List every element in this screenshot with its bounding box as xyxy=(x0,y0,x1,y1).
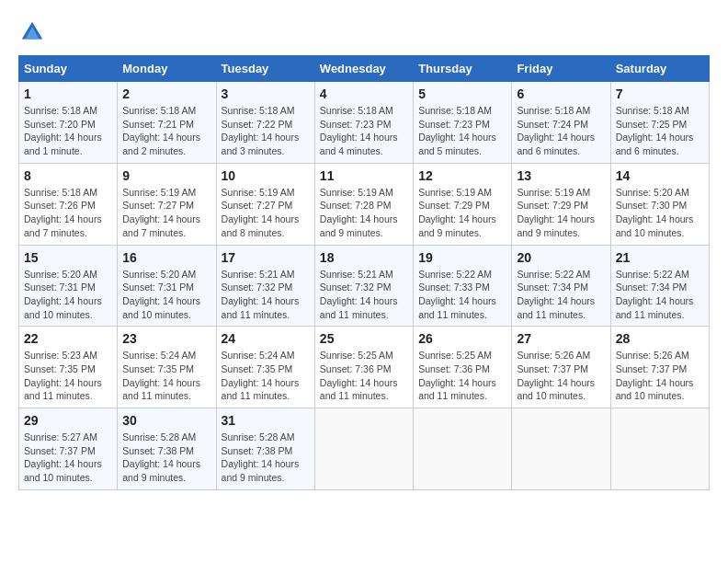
calendar-table: SundayMondayTuesdayWednesdayThursdayFrid… xyxy=(18,55,710,490)
logo-icon xyxy=(18,18,46,46)
day-number: 20 xyxy=(517,250,605,265)
day-number: 28 xyxy=(616,331,704,346)
calendar-cell: 19 Sunrise: 5:22 AM Sunset: 7:33 PM Dayl… xyxy=(414,245,512,327)
day-header-sunday: Sunday xyxy=(19,56,118,82)
day-info: Sunrise: 5:20 AM Sunset: 7:31 PM Dayligh… xyxy=(24,268,112,322)
calendar-cell: 27 Sunrise: 5:26 AM Sunset: 7:37 PM Dayl… xyxy=(512,327,610,408)
logo xyxy=(18,18,50,46)
calendar-cell: 12 Sunrise: 5:19 AM Sunset: 7:29 PM Dayl… xyxy=(414,163,512,245)
day-number: 25 xyxy=(320,331,408,346)
day-number: 8 xyxy=(24,168,112,183)
day-info: Sunrise: 5:18 AM Sunset: 7:20 PM Dayligh… xyxy=(24,104,112,158)
calendar-cell: 18 Sunrise: 5:21 AM Sunset: 7:32 PM Dayl… xyxy=(314,245,413,327)
day-info: Sunrise: 5:25 AM Sunset: 7:36 PM Dayligh… xyxy=(418,349,506,403)
day-number: 14 xyxy=(616,168,704,183)
week-row-3: 15 Sunrise: 5:20 AM Sunset: 7:31 PM Dayl… xyxy=(19,245,710,327)
day-number: 4 xyxy=(320,86,408,101)
day-number: 22 xyxy=(24,331,112,346)
calendar-cell: 25 Sunrise: 5:25 AM Sunset: 7:36 PM Dayl… xyxy=(314,327,413,408)
calendar-cell: 2 Sunrise: 5:18 AM Sunset: 7:21 PM Dayli… xyxy=(118,82,216,164)
day-info: Sunrise: 5:19 AM Sunset: 7:27 PM Dayligh… xyxy=(122,186,210,240)
day-number: 3 xyxy=(222,86,310,101)
day-number: 16 xyxy=(122,250,210,265)
week-row-2: 8 Sunrise: 5:18 AM Sunset: 7:26 PM Dayli… xyxy=(19,163,710,245)
calendar-cell: 16 Sunrise: 5:20 AM Sunset: 7:31 PM Dayl… xyxy=(118,245,216,327)
day-info: Sunrise: 5:19 AM Sunset: 7:29 PM Dayligh… xyxy=(517,186,605,240)
day-info: Sunrise: 5:22 AM Sunset: 7:34 PM Dayligh… xyxy=(616,268,704,322)
day-info: Sunrise: 5:18 AM Sunset: 7:24 PM Dayligh… xyxy=(517,104,605,158)
page-header xyxy=(18,18,710,46)
day-number: 29 xyxy=(24,413,112,428)
day-info: Sunrise: 5:24 AM Sunset: 7:35 PM Dayligh… xyxy=(222,349,310,403)
day-info: Sunrise: 5:18 AM Sunset: 7:21 PM Dayligh… xyxy=(122,104,210,158)
day-number: 19 xyxy=(418,250,506,265)
day-header-saturday: Saturday xyxy=(610,56,709,82)
day-number: 18 xyxy=(320,250,408,265)
day-info: Sunrise: 5:18 AM Sunset: 7:23 PM Dayligh… xyxy=(418,104,506,158)
day-info: Sunrise: 5:20 AM Sunset: 7:31 PM Dayligh… xyxy=(122,268,210,322)
day-number: 7 xyxy=(616,86,704,101)
day-header-monday: Monday xyxy=(118,56,216,82)
week-row-1: 1 Sunrise: 5:18 AM Sunset: 7:20 PM Dayli… xyxy=(19,82,710,164)
day-number: 27 xyxy=(517,331,605,346)
calendar-cell: 28 Sunrise: 5:26 AM Sunset: 7:37 PM Dayl… xyxy=(610,327,709,408)
calendar-cell: 1 Sunrise: 5:18 AM Sunset: 7:20 PM Dayli… xyxy=(19,82,118,164)
calendar-cell: 3 Sunrise: 5:18 AM Sunset: 7:22 PM Dayli… xyxy=(216,82,314,164)
day-number: 2 xyxy=(122,86,210,101)
day-info: Sunrise: 5:18 AM Sunset: 7:23 PM Dayligh… xyxy=(320,104,408,158)
day-info: Sunrise: 5:28 AM Sunset: 7:38 PM Dayligh… xyxy=(122,431,210,485)
day-number: 31 xyxy=(222,413,310,428)
day-info: Sunrise: 5:19 AM Sunset: 7:28 PM Dayligh… xyxy=(320,186,408,240)
calendar-cell xyxy=(512,408,610,490)
calendar-cell: 29 Sunrise: 5:27 AM Sunset: 7:37 PM Dayl… xyxy=(19,408,118,490)
day-info: Sunrise: 5:22 AM Sunset: 7:33 PM Dayligh… xyxy=(418,268,506,322)
day-info: Sunrise: 5:21 AM Sunset: 7:32 PM Dayligh… xyxy=(320,268,408,322)
calendar-cell: 11 Sunrise: 5:19 AM Sunset: 7:28 PM Dayl… xyxy=(314,163,413,245)
day-number: 15 xyxy=(24,250,112,265)
calendar-cell xyxy=(314,408,413,490)
day-header-thursday: Thursday xyxy=(414,56,512,82)
day-header-friday: Friday xyxy=(512,56,610,82)
calendar-cell xyxy=(610,408,709,490)
day-header-tuesday: Tuesday xyxy=(216,56,314,82)
day-number: 30 xyxy=(122,413,210,428)
calendar-cell: 6 Sunrise: 5:18 AM Sunset: 7:24 PM Dayli… xyxy=(512,82,610,164)
calendar-cell: 22 Sunrise: 5:23 AM Sunset: 7:35 PM Dayl… xyxy=(19,327,118,408)
calendar-cell: 21 Sunrise: 5:22 AM Sunset: 7:34 PM Dayl… xyxy=(610,245,709,327)
day-number: 23 xyxy=(122,331,210,346)
days-header-row: SundayMondayTuesdayWednesdayThursdayFrid… xyxy=(19,56,710,82)
day-info: Sunrise: 5:18 AM Sunset: 7:26 PM Dayligh… xyxy=(24,186,112,240)
day-number: 24 xyxy=(222,331,310,346)
day-number: 12 xyxy=(418,168,506,183)
calendar-cell: 24 Sunrise: 5:24 AM Sunset: 7:35 PM Dayl… xyxy=(216,327,314,408)
day-info: Sunrise: 5:22 AM Sunset: 7:34 PM Dayligh… xyxy=(517,268,605,322)
calendar-cell: 15 Sunrise: 5:20 AM Sunset: 7:31 PM Dayl… xyxy=(19,245,118,327)
day-info: Sunrise: 5:18 AM Sunset: 7:25 PM Dayligh… xyxy=(616,104,704,158)
calendar-cell: 8 Sunrise: 5:18 AM Sunset: 7:26 PM Dayli… xyxy=(19,163,118,245)
day-number: 26 xyxy=(418,331,506,346)
calendar-cell: 30 Sunrise: 5:28 AM Sunset: 7:38 PM Dayl… xyxy=(118,408,216,490)
calendar-cell: 31 Sunrise: 5:28 AM Sunset: 7:38 PM Dayl… xyxy=(216,408,314,490)
day-number: 11 xyxy=(320,168,408,183)
calendar-cell xyxy=(414,408,512,490)
day-number: 17 xyxy=(222,250,310,265)
day-number: 1 xyxy=(24,86,112,101)
calendar-cell: 7 Sunrise: 5:18 AM Sunset: 7:25 PM Dayli… xyxy=(610,82,709,164)
day-info: Sunrise: 5:27 AM Sunset: 7:37 PM Dayligh… xyxy=(24,431,112,485)
calendar-cell: 17 Sunrise: 5:21 AM Sunset: 7:32 PM Dayl… xyxy=(216,245,314,327)
calendar-cell: 10 Sunrise: 5:19 AM Sunset: 7:27 PM Dayl… xyxy=(216,163,314,245)
calendar-cell: 4 Sunrise: 5:18 AM Sunset: 7:23 PM Dayli… xyxy=(314,82,413,164)
calendar-cell: 23 Sunrise: 5:24 AM Sunset: 7:35 PM Dayl… xyxy=(118,327,216,408)
day-info: Sunrise: 5:28 AM Sunset: 7:38 PM Dayligh… xyxy=(222,431,310,485)
day-number: 9 xyxy=(122,168,210,183)
calendar-cell: 9 Sunrise: 5:19 AM Sunset: 7:27 PM Dayli… xyxy=(118,163,216,245)
day-info: Sunrise: 5:26 AM Sunset: 7:37 PM Dayligh… xyxy=(616,349,704,403)
day-info: Sunrise: 5:25 AM Sunset: 7:36 PM Dayligh… xyxy=(320,349,408,403)
day-info: Sunrise: 5:20 AM Sunset: 7:30 PM Dayligh… xyxy=(616,186,704,240)
day-header-wednesday: Wednesday xyxy=(314,56,413,82)
day-number: 10 xyxy=(222,168,310,183)
day-info: Sunrise: 5:21 AM Sunset: 7:32 PM Dayligh… xyxy=(222,268,310,322)
day-number: 5 xyxy=(418,86,506,101)
day-info: Sunrise: 5:19 AM Sunset: 7:29 PM Dayligh… xyxy=(418,186,506,240)
calendar-cell: 26 Sunrise: 5:25 AM Sunset: 7:36 PM Dayl… xyxy=(414,327,512,408)
